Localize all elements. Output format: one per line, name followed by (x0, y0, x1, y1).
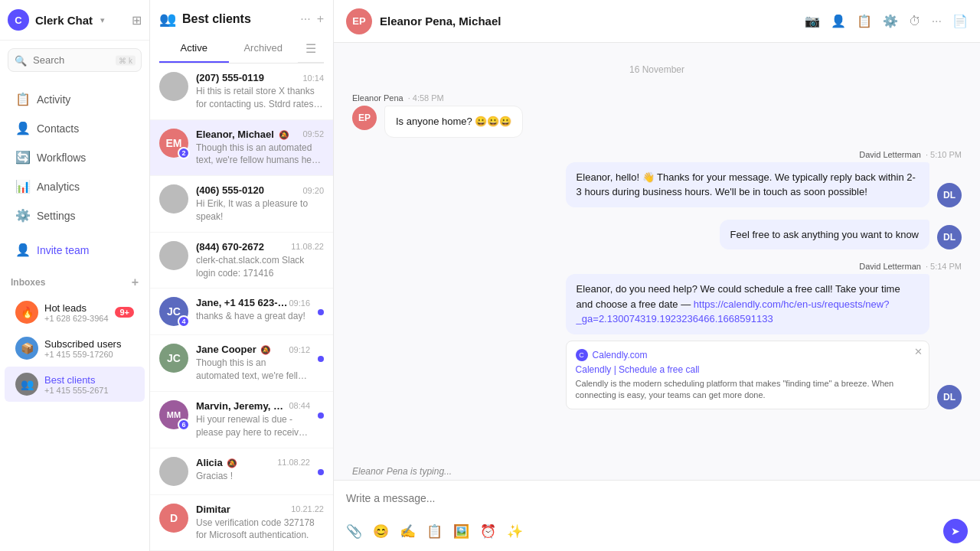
calendly-icon: C (576, 349, 588, 361)
conv-body: (207) 555-0119 10:14 Hi this is retail s… (196, 72, 324, 111)
chat-toolbar: 📎 😊 ✍️ 📋 🖼️ ⏰ ✨ ➤ (346, 519, 968, 543)
conv-body: Dimitar 10.21.22 Use verification code 3… (196, 504, 324, 543)
msg-with-avatar: EP Is anyone home? 😀😀😀 (352, 106, 523, 138)
more-options-icon[interactable]: ··· (932, 15, 942, 28)
sidebar-item-activity[interactable]: 📋 Activity (5, 85, 145, 113)
conv-preview: Though this is an automated text, we're … (196, 357, 310, 383)
close-preview-icon[interactable]: ✕ (914, 346, 923, 357)
conv-time: 09:52 (302, 129, 324, 139)
add-inbox-icon[interactable]: + (132, 276, 139, 289)
avatar: DL (937, 385, 962, 409)
message-input[interactable] (346, 488, 968, 510)
sidebar: C Clerk Chat ▾ ⊞ 🔍 ⌘ k 📋 Activity 👤 Cont… (0, 0, 150, 551)
conv-top: (844) 670-2672 11.08.22 (196, 241, 324, 253)
schedule-icon[interactable]: ⏰ (480, 523, 496, 540)
conv-preview: Hi Erik, It was a pleasure to speak! (196, 197, 324, 223)
avatar: EP (352, 106, 377, 130)
avatar-badge: 2 (178, 147, 190, 159)
video-icon[interactable]: 📷 (805, 14, 820, 28)
msg-time: · 5:14 PM (926, 262, 962, 271)
add-conversation-icon[interactable]: + (317, 12, 324, 26)
app-brand[interactable]: C Clerk Chat ▾ (8, 9, 105, 31)
conv-item[interactable]: D Dimitar 10.21.22 Use verification code… (150, 495, 333, 551)
gear-icon[interactable]: ⚙️ (883, 14, 898, 28)
media-icon[interactable]: 🖼️ (453, 523, 469, 540)
conv-time: 08:44 (289, 401, 310, 410)
sidebar-item-analytics[interactable]: 📊 Analytics (5, 172, 145, 201)
conv-time: 10.21.22 (291, 504, 324, 514)
conv-time: 11.08.22 (277, 458, 310, 467)
inbox-item-best-clients[interactable]: 👥 Best clients +1 415 555-2671 (5, 367, 145, 402)
msg-sender: David Letterman (859, 262, 921, 271)
send-button[interactable]: ➤ (943, 519, 968, 543)
chat-header: EP Eleanor Pena, Michael 📷 👤 📋 ⚙️ ⏱ ··· … (334, 0, 980, 43)
conv-name: Jane Cooper 🔕 (196, 344, 271, 355)
inbox-item-hot-leads[interactable]: 🔥 Hot leads +1 628 629-3964 9+ (5, 295, 145, 330)
conv-title: 👥 Best clients (159, 11, 251, 28)
msg-sender: Eleanor Pena (352, 93, 403, 103)
subscribed-users-number: +1 415 559-17260 (44, 350, 134, 359)
conv-name: Dimitar (196, 504, 230, 515)
emoji-icon[interactable]: 😊 (373, 523, 389, 540)
conv-item[interactable]: MM 6 Marvin, Jeremy, +1 720... 08:44 Hi … (150, 392, 333, 448)
mute-icon: 🔕 (279, 130, 289, 139)
msg-outgoing-row: Eleanor, do you need help? We could sche… (566, 274, 962, 409)
conv-preview: Hi your renewal is due - please pay here… (196, 413, 310, 439)
panel-icon[interactable]: 📄 (952, 14, 968, 28)
sidebar-item-workflows[interactable]: 🔄 Workflows (5, 143, 145, 171)
hot-leads-badge: 9+ (115, 307, 134, 318)
conv-top: Eleanor, Michael 🔕 09:52 (196, 129, 324, 140)
chat-header-name: Eleanor Pena, Michael (380, 15, 501, 28)
signature-icon[interactable]: ✍️ (400, 523, 416, 540)
link-text[interactable]: https://calendly.com/hc/en-us/requests/n… (577, 298, 890, 325)
tab-active[interactable]: Active (159, 35, 229, 63)
search-box: 🔍 ⌘ k (8, 48, 142, 72)
conversation-list: 👥 Best clients ··· + Active Archived ☰ (… (150, 0, 334, 551)
conv-item[interactable]: EM 2 Eleanor, Michael 🔕 09:52 Though thi… (150, 120, 333, 177)
filter-icon[interactable]: ☰ (298, 35, 324, 63)
subscribed-users-name: Subscribed users (44, 338, 134, 350)
conv-name: Alicia 🔕 (196, 457, 237, 468)
more-options-icon[interactable]: ··· (300, 12, 310, 26)
best-clients-info: Best clients +1 415 555-2671 (44, 374, 134, 395)
conv-list-header: 👥 Best clients ··· + Active Archived ☰ (150, 0, 333, 64)
conv-item[interactable]: JC 4 Jane, +1 415 623-8202... 09:16 than… (150, 289, 333, 335)
template-icon[interactable]: 📋 (857, 14, 872, 28)
conv-item[interactable]: JC Jane Cooper 🔕 09:12 Though this is an… (150, 335, 333, 392)
layout-icon[interactable]: ⊞ (132, 13, 142, 28)
inbox-item-subscribed-users[interactable]: 📦 Subscribed users +1 415 559-17260 (5, 331, 145, 366)
sidebar-item-settings-label: Settings (37, 210, 76, 222)
invite-label: Invite team (37, 244, 89, 256)
conv-preview: Gracias ! (196, 470, 310, 483)
sidebar-item-activity-label: Activity (37, 93, 70, 106)
ai-icon[interactable]: ✨ (507, 523, 523, 540)
conv-item[interactable]: (844) 670-2672 11.08.22 clerk-chat.slack… (150, 233, 333, 289)
sidebar-item-settings[interactable]: ⚙️ Settings (5, 201, 145, 230)
conv-name: (207) 555-0119 (196, 72, 264, 83)
tab-archived[interactable]: Archived (229, 35, 299, 63)
avatar (159, 457, 188, 486)
mute-icon: 🔕 (227, 458, 237, 468)
conv-item[interactable]: (207) 555-0119 10:14 Hi this is retail s… (150, 64, 333, 120)
template-toolbar-icon[interactable]: 📋 (426, 523, 443, 540)
conv-item[interactable]: Alicia 🔕 11.08.22 Gracias ! (150, 448, 333, 495)
brand-name: Clerk Chat (35, 14, 93, 27)
conv-name: (844) 670-2672 (196, 241, 264, 253)
attachment-icon[interactable]: 📎 (346, 523, 362, 540)
mute-icon: 🔕 (260, 345, 271, 354)
conv-item[interactable]: (406) 555-0120 09:20 Hi Erik, It was a p… (150, 176, 333, 233)
link-preview-title[interactable]: Calendly | Schedule a free call (576, 364, 920, 375)
avatar: JC 4 (159, 297, 188, 326)
contact-icon[interactable]: 👤 (831, 14, 846, 28)
conv-top: Dimitar 10.21.22 (196, 504, 324, 515)
link-preview-site: C Calendly.com (576, 349, 920, 361)
unread-dot (318, 309, 324, 315)
conv-body: Jane, +1 415 623-8202... 09:16 thanks & … (196, 297, 310, 323)
conv-body: (844) 670-2672 11.08.22 clerk-chat.slack… (196, 241, 324, 280)
avatar (159, 241, 188, 270)
clock-icon[interactable]: ⏱ (909, 15, 921, 28)
conv-time: 09:12 (289, 345, 310, 354)
invite-team-item[interactable]: 👤 Invite team (5, 236, 145, 264)
subscribed-users-icon: 📦 (15, 337, 38, 360)
sidebar-item-contacts[interactable]: 👤 Contacts (5, 114, 145, 142)
